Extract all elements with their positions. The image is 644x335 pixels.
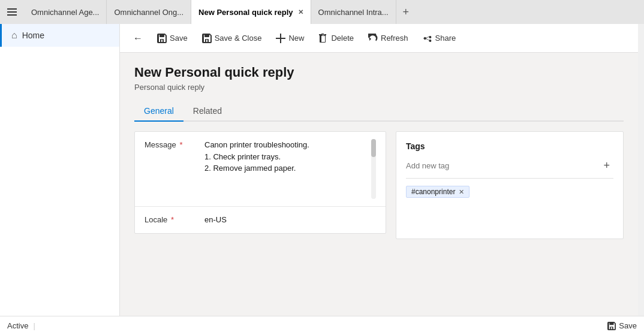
tab-omnichannel-age[interactable]: Omnichannel Age...: [24, 0, 107, 24]
locale-required-indicator: *: [171, 215, 174, 224]
tag-chip: #canonprinter ✕: [406, 186, 470, 198]
message-area: Canon printer troubleshooting. 1. Check …: [204, 139, 376, 199]
status-divider: |: [33, 321, 35, 330]
page-content: New Personal quick reply Personal quick …: [120, 53, 638, 316]
svg-rect-0: [7, 8, 17, 10]
page-title: New Personal quick reply: [134, 65, 624, 80]
status-left: Active |: [7, 321, 35, 330]
refresh-label: Refresh: [381, 34, 408, 43]
tags-card: Tags + #canonprinter ✕: [396, 131, 624, 239]
new-label: New: [288, 34, 304, 43]
add-tab-button[interactable]: +: [396, 0, 416, 24]
svg-rect-1: [7, 11, 17, 13]
back-button[interactable]: ←: [127, 29, 149, 47]
tag-remove-button[interactable]: ✕: [459, 188, 464, 196]
tab-omnichannel-ong[interactable]: Omnichannel Ong...: [107, 0, 191, 24]
delete-button[interactable]: Delete: [312, 30, 360, 47]
scrollbar-thumb: [371, 139, 376, 157]
save-button[interactable]: Save: [151, 30, 194, 47]
tab-related[interactable]: Related: [183, 101, 231, 122]
locale-value[interactable]: en-US: [204, 214, 376, 226]
delete-label: Delete: [331, 34, 354, 43]
tab-new-personal-quick-reply[interactable]: New Personal quick reply ✕: [191, 0, 311, 24]
tab-bar: Omnichannel Age... Omnichannel Ong... Ne…: [0, 0, 644, 24]
delete-icon: [318, 34, 328, 43]
tags-list: #canonprinter ✕: [406, 186, 613, 198]
status-save-label: Save: [619, 321, 637, 330]
svg-rect-2: [7, 14, 17, 16]
share-button[interactable]: Share: [417, 30, 462, 47]
share-icon: [423, 34, 432, 43]
sidebar-item-home[interactable]: ⌂ Home: [0, 24, 119, 47]
tab-general[interactable]: General: [134, 101, 183, 122]
new-button[interactable]: New: [270, 30, 310, 47]
form-card: Message * Canon printer troubleshooting.…: [134, 131, 386, 234]
refresh-button[interactable]: Refresh: [362, 30, 414, 47]
hamburger-button[interactable]: [0, 0, 24, 24]
tags-input-row: +: [406, 158, 613, 179]
message-scrollbar[interactable]: [371, 139, 376, 199]
tags-title: Tags: [406, 141, 613, 151]
toolbar: ← Save Save & Close New Delete Refresh: [120, 24, 638, 53]
new-icon: [276, 34, 285, 43]
refresh-icon: [368, 34, 378, 43]
form-and-tags-container: Message * Canon printer troubleshooting.…: [134, 131, 624, 239]
message-value[interactable]: Canon printer troubleshooting. 1. Check …: [204, 139, 369, 174]
status-text: Active: [7, 321, 28, 330]
tag-label: #canonprinter: [411, 188, 455, 196]
share-label: Share: [435, 34, 456, 43]
save-close-icon: [202, 34, 212, 43]
message-required-indicator: *: [179, 140, 182, 149]
save-close-button[interactable]: Save & Close: [196, 30, 268, 47]
sidebar: ⌂ Home: [0, 24, 120, 316]
tags-input[interactable]: [406, 161, 600, 170]
right-scrollbar[interactable]: [638, 24, 644, 316]
locale-field: Locale * en-US: [135, 207, 386, 233]
close-tab-icon[interactable]: ✕: [298, 8, 303, 16]
save-icon: [157, 34, 167, 43]
page-subtitle: Personal quick reply: [134, 83, 624, 92]
tab-omnichannel-intra[interactable]: Omnichannel Intra...: [311, 0, 396, 24]
save-close-label: Save & Close: [215, 34, 262, 43]
add-tag-button[interactable]: +: [600, 158, 613, 173]
status-save-icon: [607, 322, 616, 330]
locale-label: Locale *: [145, 214, 204, 224]
main-container: ⌂ Home ← Save Save & Close New Delete: [0, 24, 644, 316]
message-field: Message * Canon printer troubleshooting.…: [135, 132, 386, 207]
status-save-button[interactable]: Save: [607, 321, 637, 330]
sidebar-item-label: Home: [22, 31, 44, 40]
message-label: Message *: [145, 139, 204, 149]
save-label: Save: [170, 34, 188, 43]
content-area: ← Save Save & Close New Delete Refresh: [120, 24, 638, 316]
status-bar: Active | Save: [0, 316, 644, 335]
form-tab-nav: General Related: [134, 101, 624, 122]
home-icon: ⌂: [11, 30, 17, 41]
